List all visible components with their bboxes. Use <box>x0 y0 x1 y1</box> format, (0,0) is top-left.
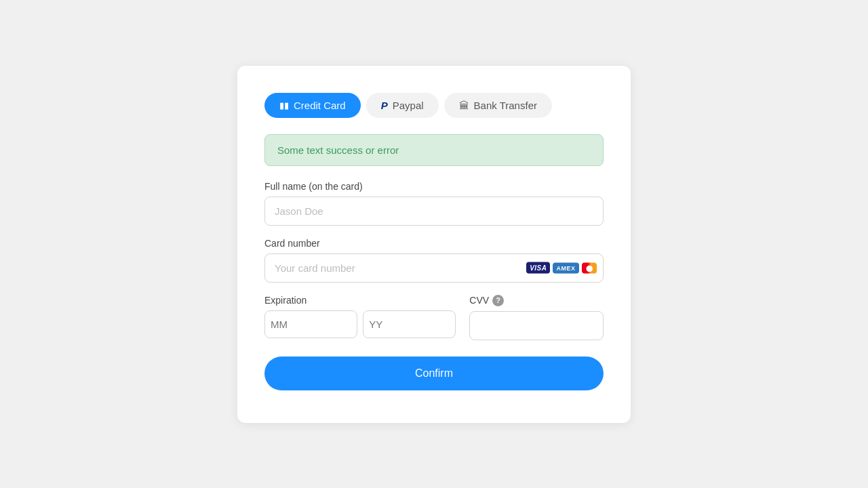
expiry-month-input[interactable] <box>264 310 357 338</box>
tab-bank-transfer[interactable]: 🏛 Bank Transfer <box>444 93 552 118</box>
payment-card: ▮▮ Credit Card P Paypal 🏛 Bank Transfer … <box>237 66 631 423</box>
cvv-help-icon[interactable]: ? <box>492 295 504 306</box>
tab-bank-transfer-label: Bank Transfer <box>474 100 537 111</box>
fullname-label: Full name (on the card) <box>264 181 604 192</box>
tab-credit-card[interactable]: ▮▮ Credit Card <box>264 93 361 118</box>
cardnumber-field-group: Card number VISA AMEX ⬤ <box>264 238 604 283</box>
expiry-inputs <box>264 310 456 338</box>
amex-icon: AMEX <box>553 262 578 273</box>
confirm-button[interactable]: Confirm <box>264 357 604 390</box>
expiry-group: Expiration <box>264 295 456 340</box>
credit-card-icon: ▮▮ <box>279 100 289 110</box>
payment-tabs: ▮▮ Credit Card P Paypal 🏛 Bank Transfer <box>264 93 604 118</box>
alert-message: Some text success or error <box>264 134 604 166</box>
expiry-year-input[interactable] <box>363 310 456 338</box>
cardnumber-label: Card number <box>264 238 604 249</box>
mastercard-icon: ⬤ <box>582 262 597 273</box>
tab-paypal[interactable]: P Paypal <box>366 93 439 118</box>
tab-credit-card-label: Credit Card <box>294 100 346 111</box>
fullname-input[interactable] <box>264 197 604 226</box>
paypal-icon: P <box>381 100 388 111</box>
cvv-group: CVV ? <box>469 295 604 340</box>
cvv-input[interactable] <box>469 311 604 340</box>
cvv-label: CVV <box>469 295 489 306</box>
tab-paypal-label: Paypal <box>393 100 424 111</box>
card-brand-icons: VISA AMEX ⬤ <box>526 262 597 274</box>
cvv-label-row: CVV ? <box>469 295 604 306</box>
visa-icon: VISA <box>526 262 550 274</box>
expiry-cvv-row: Expiration CVV ? <box>264 295 604 340</box>
bank-icon: 🏛 <box>459 100 469 111</box>
fullname-field-group: Full name (on the card) <box>264 181 604 226</box>
cardnumber-wrapper: VISA AMEX ⬤ <box>264 253 604 283</box>
expiration-label: Expiration <box>264 295 456 306</box>
